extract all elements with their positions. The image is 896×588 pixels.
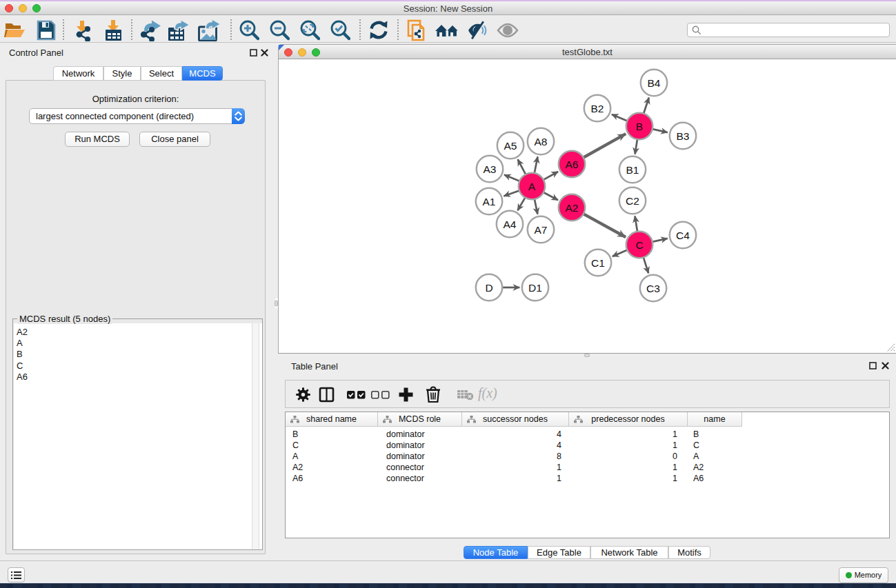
svg-text:A4: A4 bbox=[504, 219, 517, 230]
svg-text:B4: B4 bbox=[648, 77, 661, 89]
svg-text:C3: C3 bbox=[646, 283, 660, 294]
svg-text:B1: B1 bbox=[626, 164, 639, 176]
svg-text:A8: A8 bbox=[535, 136, 548, 148]
svg-text:A5: A5 bbox=[504, 140, 517, 152]
svg-text:B3: B3 bbox=[677, 130, 690, 142]
svg-text:B: B bbox=[636, 121, 643, 132]
svg-text:C1: C1 bbox=[591, 257, 605, 269]
svg-text:D1: D1 bbox=[528, 282, 542, 294]
svg-text:A1: A1 bbox=[483, 196, 496, 207]
svg-text:C4: C4 bbox=[676, 230, 690, 241]
svg-text:A2: A2 bbox=[566, 202, 579, 214]
svg-text:B2: B2 bbox=[591, 103, 604, 114]
svg-text:C2: C2 bbox=[626, 195, 639, 207]
svg-text:D: D bbox=[485, 282, 492, 294]
svg-text:C: C bbox=[635, 239, 643, 251]
svg-text:A6: A6 bbox=[566, 159, 579, 170]
svg-text:A3: A3 bbox=[484, 163, 497, 175]
svg-text:A: A bbox=[528, 181, 536, 192]
svg-text:A7: A7 bbox=[535, 224, 548, 236]
